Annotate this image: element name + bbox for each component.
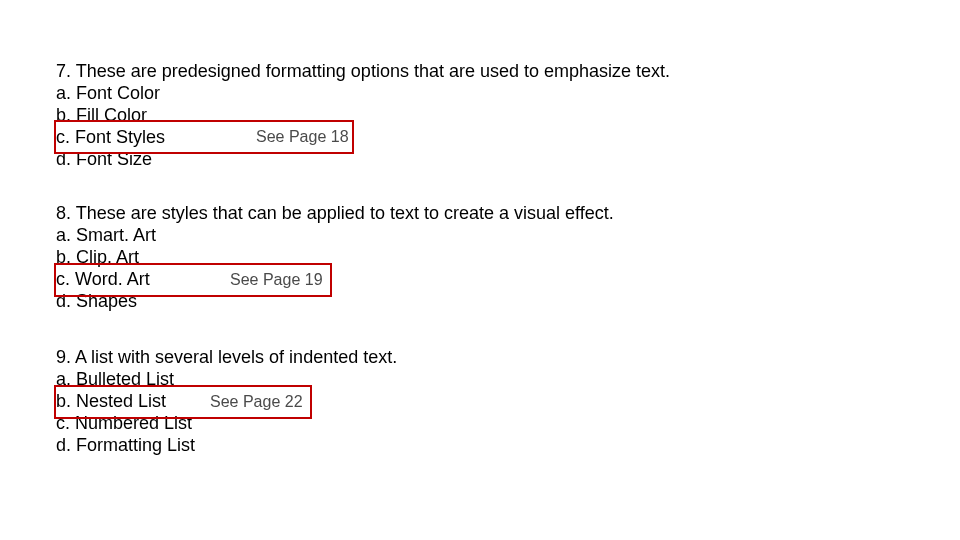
question-9-option-d: d. Formatting List [56, 434, 397, 456]
question-8-option-a: a. Smart. Art [56, 224, 614, 246]
question-7-option-a: a. Font Color [56, 82, 670, 104]
question-7-prompt: 7. These are predesigned formatting opti… [56, 60, 670, 82]
question-7-text: These are predesigned formatting options… [76, 61, 670, 81]
question-9-number: 9 [56, 347, 66, 367]
question-8-text: These are styles that can be applied to … [76, 203, 614, 223]
question-7-answer-box [54, 120, 354, 154]
question-8-answer-box [54, 263, 332, 297]
page: 7. These are predesigned formatting opti… [0, 0, 960, 540]
question-8-prompt: 8. These are styles that can be applied … [56, 202, 614, 224]
question-7-number: 7 [56, 61, 66, 81]
question-8-number: 8 [56, 203, 66, 223]
question-9-answer-box [54, 385, 312, 419]
question-9-prompt: 9. A list with several levels of indente… [56, 346, 397, 368]
question-9-text: A list with several levels of indented t… [75, 347, 397, 367]
